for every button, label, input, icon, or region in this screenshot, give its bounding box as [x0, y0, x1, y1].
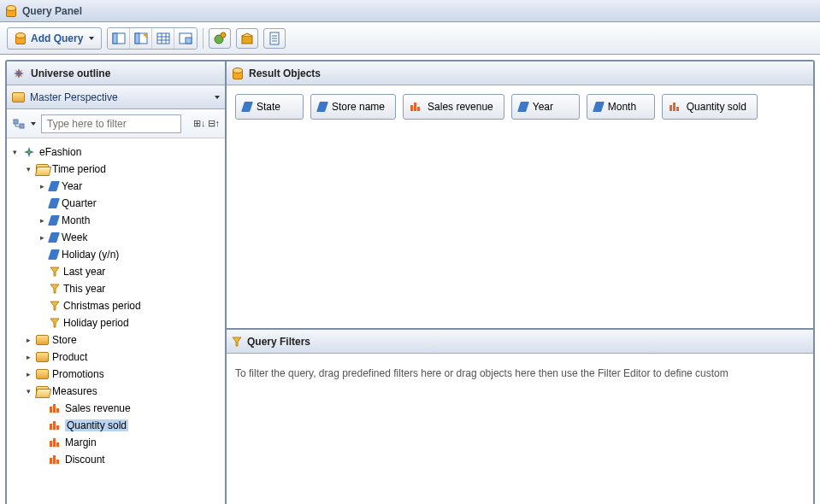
expand-all-icon[interactable]: ⊞↓	[193, 118, 206, 129]
tree-filter-holiday-period[interactable]: Holiday period	[10, 314, 221, 331]
tree-label: Product	[52, 351, 87, 363]
svg-rect-13	[242, 36, 252, 44]
chevron-down-icon	[215, 96, 220, 99]
tree-label: eFashion	[39, 146, 81, 158]
tree-label: Holiday period	[63, 317, 129, 329]
toolbar-separator	[203, 28, 204, 49]
collapse-all-icon[interactable]: ⊟↑	[208, 118, 221, 129]
tree-toggle-icon[interactable]	[10, 148, 19, 156]
tree-toggle-icon[interactable]	[38, 182, 46, 190]
universe-tree[interactable]: eFashion Time period Year Quarter Month	[7, 138, 225, 504]
svg-rect-27	[50, 424, 52, 430]
box-icon	[240, 32, 254, 45]
chip-label: Sales revenue	[428, 101, 493, 113]
cylinder-icon	[232, 67, 244, 79]
filter-icon	[232, 337, 242, 347]
result-object-chip[interactable]: Quantity sold	[662, 94, 758, 120]
chip-label: Year	[533, 101, 553, 113]
combined-query-button[interactable]	[209, 28, 231, 49]
star-universe-icon	[22, 145, 36, 159]
tree-folder-promotions[interactable]: Promotions	[10, 366, 221, 383]
tree-label: Year	[62, 180, 82, 192]
filter-icon	[50, 301, 60, 311]
tree-dim-quarter[interactable]: Quarter	[10, 195, 221, 212]
svg-rect-28	[53, 421, 56, 430]
view-pane-1-button[interactable]	[108, 28, 130, 49]
tree-measure-discount[interactable]: Discount	[10, 451, 221, 468]
measure-icon	[50, 438, 62, 447]
preview-icon	[179, 32, 192, 44]
tree-folder-time-period[interactable]: Time period	[10, 161, 221, 178]
svg-rect-37	[414, 103, 416, 111]
filter-icon	[50, 318, 60, 328]
tree-filter-this-year[interactable]: This year	[10, 280, 221, 297]
dimension-icon	[517, 102, 529, 112]
result-object-chip[interactable]: Store name	[310, 94, 396, 120]
view-pane-2-button[interactable]	[130, 28, 152, 49]
result-objects-dropzone[interactable]: StateStore nameSales revenueYearMonthQua…	[227, 85, 813, 328]
folder-icon	[36, 335, 49, 345]
tree-dim-week[interactable]: Week	[10, 229, 221, 246]
tree-folder-store[interactable]: Store	[10, 331, 221, 349]
tree-filter-last-year[interactable]: Last year	[10, 263, 221, 280]
svg-rect-4	[157, 33, 169, 44]
svg-rect-31	[53, 438, 56, 447]
tree-toggle-icon[interactable]	[38, 216, 46, 225]
main-toolbar: Add Query	[0, 22, 820, 55]
svg-rect-35	[56, 460, 59, 464]
tree-toggle-icon[interactable]	[24, 370, 32, 378]
query-filters-panel: Query Filters To filter the query, drag …	[227, 330, 813, 504]
view-toolbar-group	[107, 27, 198, 50]
result-object-chip[interactable]: Year	[511, 94, 580, 120]
result-objects-title: Result Objects	[249, 67, 321, 79]
result-object-chip[interactable]: Month	[587, 94, 655, 120]
svg-rect-3	[135, 33, 139, 44]
tree-toggle-icon[interactable]	[24, 387, 32, 396]
tree-dim-holiday-yn[interactable]: Holiday (y/n)	[10, 246, 221, 263]
dimension-icon	[48, 181, 60, 191]
right-panel: Result Objects StateStore nameSales reve…	[227, 62, 813, 504]
svg-rect-26	[56, 408, 59, 413]
tree-filter-icon[interactable]	[12, 117, 26, 131]
svg-rect-34	[53, 455, 56, 464]
document-icon	[268, 32, 280, 45]
tree-toggle-icon[interactable]	[24, 336, 32, 344]
view-grid-button[interactable]	[152, 28, 174, 49]
pane-add-icon	[134, 32, 148, 44]
add-query-button[interactable]: Add Query	[7, 27, 102, 50]
query-script-button[interactable]	[236, 28, 258, 49]
tree-measure-margin[interactable]: Margin	[10, 434, 221, 451]
svg-rect-20	[14, 120, 18, 124]
tree-toggle-icon[interactable]	[24, 165, 32, 173]
add-query-label: Add Query	[31, 32, 83, 44]
universe-outline-title: Universe outline	[31, 67, 110, 79]
tree-toggle-icon[interactable]	[38, 233, 46, 242]
document-button[interactable]	[263, 28, 286, 49]
tree-dim-year[interactable]: Year	[10, 178, 221, 195]
universe-outline-header: Universe outline	[7, 62, 225, 85]
dimension-icon	[48, 249, 60, 260]
expand-collapse-buttons[interactable]: ⊞↓ ⊟↑	[193, 118, 220, 129]
universe-outline-panel: Universe outline Master Perspective ⊞↓ ⊟…	[7, 62, 227, 504]
view-preview-button[interactable]	[174, 28, 197, 49]
tree-label: Measures	[52, 385, 97, 397]
svg-rect-1	[113, 33, 117, 44]
result-object-chip[interactable]: Sales revenue	[403, 94, 504, 120]
query-filters-dropzone[interactable]: To filter the query, drag predefined fil…	[227, 354, 813, 504]
chevron-down-icon[interactable]	[31, 122, 36, 126]
tree-folder-measures[interactable]: Measures	[10, 383, 221, 400]
filter-icon	[50, 267, 60, 277]
tree-filter-input[interactable]	[41, 114, 181, 133]
tree-filter-christmas[interactable]: Christmas period	[10, 297, 221, 314]
tree-root[interactable]: eFashion	[10, 144, 221, 161]
query-filters-header: Query Filters	[227, 330, 813, 354]
tree-toggle-icon[interactable]	[24, 353, 32, 361]
chip-label: State	[257, 101, 280, 113]
tree-measure-sales-revenue[interactable]: Sales revenue	[10, 400, 221, 417]
tree-label: Holiday (y/n)	[62, 249, 119, 261]
result-object-chip[interactable]: State	[235, 94, 304, 120]
tree-folder-product[interactable]: Product	[10, 349, 221, 366]
tree-dim-month[interactable]: Month	[10, 212, 221, 229]
tree-measure-quantity-sold[interactable]: Quantity sold	[10, 417, 221, 434]
perspective-selector[interactable]: Master Perspective	[7, 85, 225, 109]
